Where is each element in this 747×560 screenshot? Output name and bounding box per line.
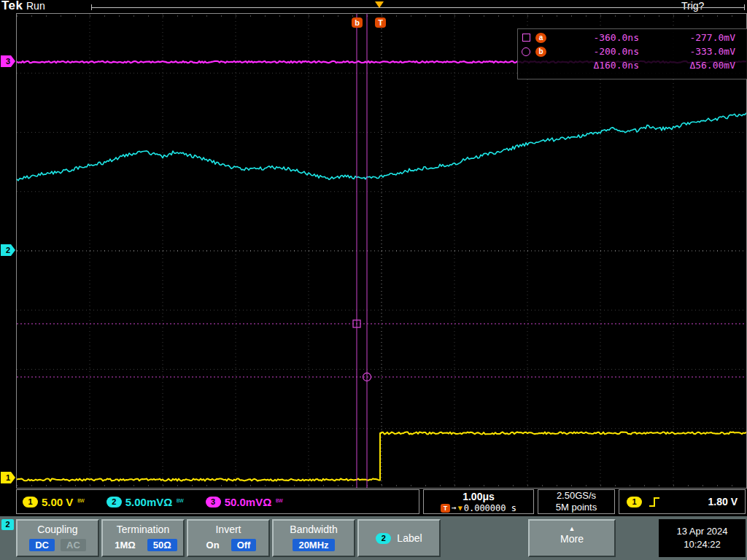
chevron-up-icon: ▲ [530, 525, 614, 532]
sample-rate: 2.50GS/s [557, 490, 596, 502]
more-button[interactable]: ▲ More [528, 519, 616, 557]
coupling-title: Coupling [18, 524, 98, 535]
channel-1-badge: 1 [23, 497, 38, 508]
cursor-a-badge: a [535, 33, 546, 43]
date: 13 Apr 2024 [659, 525, 746, 538]
termination-button[interactable]: Termination 1MΩ 50Ω [101, 519, 185, 557]
cursor-a-shape-icon [522, 34, 530, 42]
rising-edge-icon [648, 496, 661, 508]
trigger-top-marker[interactable]: T [375, 18, 386, 28]
cursor-b-top-marker[interactable]: b [352, 18, 363, 28]
coupling-dc-option[interactable]: DC [29, 539, 55, 551]
channel-2-badge: 2 [107, 497, 122, 508]
cursor-b-shape-icon [522, 47, 530, 56]
datetime-display: 13 Apr 2024 10:24:22 [659, 519, 746, 557]
channel-1-scale-value: 5.00 V [42, 496, 73, 508]
invert-button[interactable]: Invert On Off [187, 519, 270, 557]
oscilloscope-screen: { "header": {"logo": "Tek", "status": "R… [0, 0, 747, 560]
channel-2-trace [17, 113, 746, 181]
channel-1-scale[interactable]: 1 5.00 V ᴮᵂ [23, 496, 85, 508]
termination-1m-option[interactable]: 1MΩ [109, 539, 141, 551]
cursor-a-time: -360.0ns [553, 32, 639, 43]
trigger-source-badge: 1 [627, 497, 642, 508]
acquisition-readout: 2.50GS/s 5M points [538, 489, 615, 514]
channel-3-position-marker[interactable]: 3 [1, 55, 15, 67]
bandwidth-limit-icon: ᴮᵂ [276, 498, 282, 505]
cursor-delta-time: Δ160.0ns [553, 60, 639, 71]
bandwidth-limit-icon: ᴮᵂ [177, 498, 183, 505]
channel-2-position-marker[interactable]: 2 [1, 244, 15, 256]
channel-1-position-marker[interactable]: 1 [1, 472, 15, 483]
record-view-bar [91, 7, 745, 8]
trigger-marker-icon: ▼ [458, 504, 462, 512]
cursor-b-volt: -333.0mV [642, 46, 735, 57]
label-channel-badge: 2 [376, 533, 391, 544]
cursor-b-badge: b [535, 47, 546, 57]
invert-off-option[interactable]: Off [231, 539, 257, 551]
trigger-level: 1.80 V [708, 496, 738, 508]
bandwidth-value-option[interactable]: 20MHz [293, 539, 334, 551]
channel-3-badge: 3 [206, 497, 221, 508]
timebase-scale: 1.00μs [462, 491, 495, 502]
coupling-ac-option[interactable]: AC [61, 539, 86, 551]
cursor-a-row: a -360.0ns -277.0mV [521, 31, 746, 44]
record-view-right-cap [744, 4, 745, 10]
trigger-t-badge: T [441, 504, 450, 513]
cursor-delta-volt: Δ56.00mV [642, 60, 735, 71]
label-button[interactable]: 2 Label [357, 519, 441, 557]
channel-2-scale[interactable]: 2 5.00mVΩ ᴮᵂ [107, 496, 184, 508]
acquisition-status: Run [26, 0, 45, 12]
graticule: b T a -360.0ns -277.0mV b -200.0ns -333.… [16, 13, 747, 489]
trigger-status: Trig? [681, 0, 704, 12]
cursor-a-volt: -277.0mV [642, 32, 735, 43]
invert-title: Invert [188, 524, 268, 535]
termination-title: Termination [103, 524, 183, 535]
channel-3-scale-value: 50.0mVΩ [225, 496, 272, 508]
cursor-b-time: -200.0ns [553, 46, 639, 57]
arrow-right-icon: → [452, 503, 457, 513]
bandwidth-button[interactable]: Bandwidth 20MHz [272, 519, 355, 557]
cursor-readout-panel: a -360.0ns -277.0mV b -200.0ns -333.0mV … [517, 28, 747, 79]
record-trigger-position-icon[interactable] [375, 1, 384, 8]
waveform-display [17, 14, 746, 488]
termination-50-option[interactable]: 50Ω [147, 539, 177, 551]
bandwidth-title: Bandwidth [274, 524, 354, 535]
channel-2-scale-value: 5.00mVΩ [125, 496, 173, 508]
trigger-readout: 1 1.80 V [619, 489, 746, 514]
cursor-delta-row: Δ160.0ns Δ56.00mV [521, 58, 746, 72]
more-title: More [530, 533, 614, 545]
record-view-left-cap [91, 4, 92, 10]
timebase-readout: 1.00μs T → ▼ 0.000000 s [423, 489, 534, 514]
trigger-position-readout: T → ▼ 0.000000 s [441, 503, 516, 513]
channel-scale-readout: 1 5.00 V ᴮᵂ 2 5.00mVΩ ᴮᵂ 3 50.0mVΩ ᴮᵂ [16, 489, 419, 514]
label-text: Label [397, 532, 422, 544]
channel-3-scale[interactable]: 3 50.0mVΩ ᴮᵂ [206, 496, 283, 508]
cursor-b-row: b -200.0ns -333.0mV [521, 44, 746, 58]
record-length: 5M points [556, 502, 597, 513]
bandwidth-limit-icon: ᴮᵂ [77, 498, 84, 505]
menu-channel-badge: 2 [1, 519, 14, 530]
invert-on-option[interactable]: On [201, 539, 225, 551]
tek-logo: Tek [1, 0, 23, 13]
trigger-position-value: 0.000000 s [464, 503, 516, 513]
time: 10:24:22 [659, 538, 746, 551]
coupling-button[interactable]: Coupling DC AC [16, 519, 99, 557]
